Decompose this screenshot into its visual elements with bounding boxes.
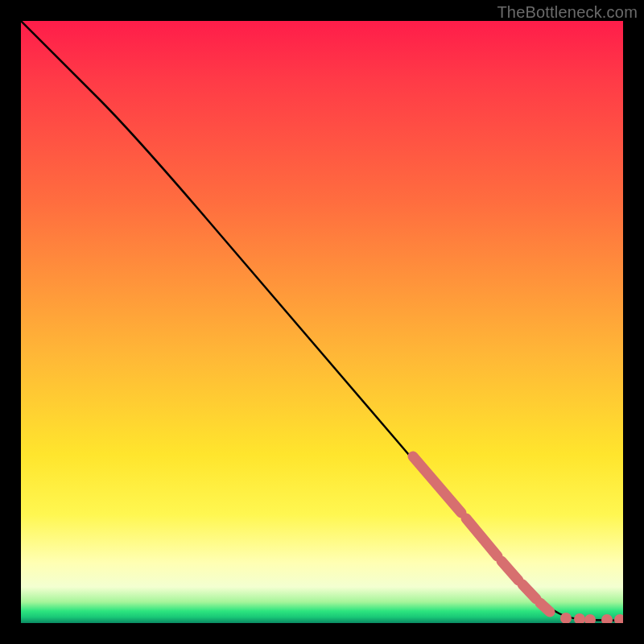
highlight-seg xyxy=(466,518,497,556)
chart-stage: TheBottleneck.com xyxy=(0,0,644,644)
main-curve xyxy=(21,21,623,621)
watermark-text: TheBottleneck.com xyxy=(497,3,638,22)
highlight-seg xyxy=(522,584,536,599)
curve-layer xyxy=(21,21,623,623)
highlight-dot xyxy=(601,614,613,623)
highlight-seg xyxy=(413,456,461,513)
highlight-seg xyxy=(502,561,518,580)
plot-area xyxy=(21,21,623,623)
highlight-dot xyxy=(574,613,585,623)
highlight-segments xyxy=(413,456,550,612)
highlight-points xyxy=(560,613,623,623)
highlight-seg xyxy=(540,603,550,612)
highlight-dot xyxy=(584,614,596,623)
highlight-dot xyxy=(614,614,623,623)
